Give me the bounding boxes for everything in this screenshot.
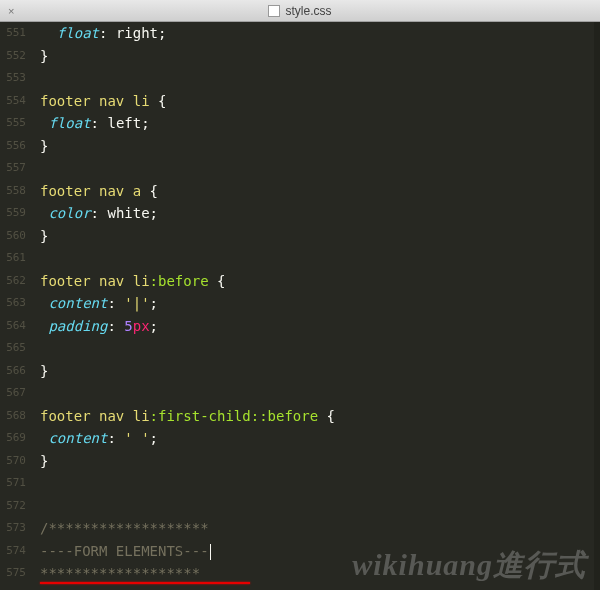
editor-pane: 5515525535545555565575585595605615625635… xyxy=(0,22,600,590)
line-number: 571 xyxy=(0,472,26,495)
code-line[interactable]: float: right; xyxy=(40,22,600,45)
close-icon[interactable]: × xyxy=(8,6,18,16)
minimap-scrollbar[interactable] xyxy=(594,22,600,590)
accent-underline xyxy=(40,582,250,584)
file-icon xyxy=(268,5,280,17)
line-number: 568 xyxy=(0,405,26,428)
code-line[interactable]: footer nav li:before { xyxy=(40,270,600,293)
line-number: 558 xyxy=(0,180,26,203)
line-number: 555 xyxy=(0,112,26,135)
window-titlebar: × style.css xyxy=(0,0,600,22)
code-line[interactable]: content: '|'; xyxy=(40,292,600,315)
code-line[interactable]: } xyxy=(40,360,600,383)
code-line[interactable]: } xyxy=(40,225,600,248)
code-line[interactable] xyxy=(40,67,600,90)
line-number: 573 xyxy=(0,517,26,540)
code-line[interactable] xyxy=(40,157,600,180)
line-number: 569 xyxy=(0,427,26,450)
line-number-gutter: 5515525535545555565575585595605615625635… xyxy=(0,22,34,590)
line-number: 563 xyxy=(0,292,26,315)
code-line[interactable]: footer nav a { xyxy=(40,180,600,203)
code-line[interactable]: } xyxy=(40,450,600,473)
code-line[interactable] xyxy=(40,337,600,360)
code-line[interactable]: } xyxy=(40,135,600,158)
code-line[interactable]: float: left; xyxy=(40,112,600,135)
line-number: 562 xyxy=(0,270,26,293)
code-line[interactable]: footer nav li:first-child::before { xyxy=(40,405,600,428)
line-number: 570 xyxy=(0,450,26,473)
line-number: 574 xyxy=(0,540,26,563)
line-number: 559 xyxy=(0,202,26,225)
line-number: 575 xyxy=(0,562,26,585)
code-line[interactable]: padding: 5px; xyxy=(40,315,600,338)
code-line[interactable]: footer nav li { xyxy=(40,90,600,113)
line-number: 564 xyxy=(0,315,26,338)
code-line[interactable]: ----FORM ELEMENTS--- xyxy=(40,540,600,563)
code-line[interactable] xyxy=(40,495,600,518)
line-number: 572 xyxy=(0,495,26,518)
code-line[interactable]: content: ' '; xyxy=(40,427,600,450)
text-cursor xyxy=(210,544,211,560)
code-line[interactable] xyxy=(40,247,600,270)
line-number: 566 xyxy=(0,360,26,383)
line-number: 557 xyxy=(0,157,26,180)
code-line[interactable] xyxy=(40,382,600,405)
line-number: 556 xyxy=(0,135,26,158)
line-number: 554 xyxy=(0,90,26,113)
code-line[interactable] xyxy=(40,472,600,495)
line-number: 567 xyxy=(0,382,26,405)
code-line[interactable]: color: white; xyxy=(40,202,600,225)
code-line[interactable]: } xyxy=(40,45,600,68)
line-number: 552 xyxy=(0,45,26,68)
line-number: 561 xyxy=(0,247,26,270)
line-number: 565 xyxy=(0,337,26,360)
line-number: 553 xyxy=(0,67,26,90)
line-number: 551 xyxy=(0,22,26,45)
code-area[interactable]: float: right;}footer nav li { float: lef… xyxy=(34,22,600,590)
filename-label: style.css xyxy=(285,4,331,18)
line-number: 560 xyxy=(0,225,26,248)
code-line[interactable]: /******************* xyxy=(40,517,600,540)
